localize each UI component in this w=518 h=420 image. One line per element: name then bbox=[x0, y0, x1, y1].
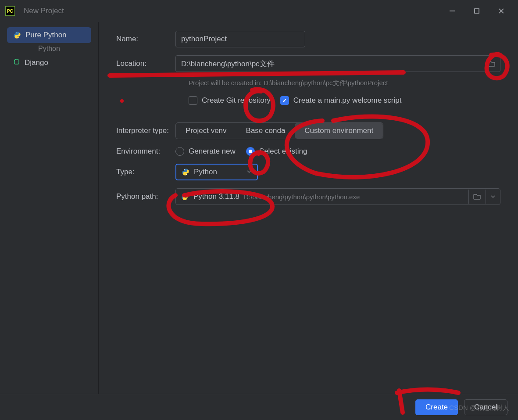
python-path-hint: D:\biancheng\python\python\python.exe bbox=[244, 193, 360, 201]
python-icon bbox=[182, 168, 189, 176]
close-button[interactable] bbox=[497, 7, 506, 15]
radio-generate-new-label: Generate new bbox=[189, 147, 236, 156]
svg-point-8 bbox=[186, 174, 187, 175]
folder-icon bbox=[488, 60, 496, 67]
svg-rect-1 bbox=[475, 9, 479, 13]
chevron-down-icon bbox=[490, 194, 496, 199]
sidebar: Pure Python Python Django bbox=[0, 22, 99, 394]
welcome-checkbox-group[interactable]: ✓ Create a main.py welcome script bbox=[280, 96, 402, 105]
type-dropdown[interactable]: Python bbox=[175, 164, 258, 180]
welcome-checkbox[interactable]: ✓ bbox=[280, 96, 289, 105]
browse-python-path-button[interactable] bbox=[468, 190, 486, 204]
segment-base-conda[interactable]: Base conda bbox=[236, 123, 295, 139]
sidebar-item-label: Django bbox=[25, 58, 48, 67]
svg-point-9 bbox=[184, 194, 185, 195]
sidebar-category-python: Python bbox=[7, 45, 91, 53]
type-label: Type: bbox=[103, 168, 175, 176]
git-checkbox-group[interactable]: Create Git repository bbox=[189, 96, 271, 105]
python-icon bbox=[181, 193, 189, 201]
location-input[interactable] bbox=[176, 56, 483, 72]
location-label: Location: bbox=[103, 59, 175, 68]
sidebar-item-label: Pure Python bbox=[25, 31, 67, 39]
segment-project-venv[interactable]: Project venv bbox=[176, 123, 236, 139]
welcome-checkbox-label: Create a main.py welcome script bbox=[293, 96, 402, 105]
chevron-down-icon bbox=[246, 168, 252, 176]
python-icon bbox=[13, 31, 21, 39]
git-checkbox[interactable] bbox=[189, 96, 197, 105]
svg-point-4 bbox=[16, 32, 17, 33]
svg-rect-6 bbox=[14, 60, 19, 64]
watermark: CSDN @有趣的树人 bbox=[449, 404, 509, 412]
name-input[interactable] bbox=[175, 31, 305, 47]
python-path-dropdown-button[interactable] bbox=[486, 190, 500, 204]
radio-generate-new[interactable]: Generate new bbox=[175, 147, 236, 156]
name-label: Name: bbox=[103, 35, 175, 43]
svg-point-5 bbox=[18, 37, 19, 38]
python-path-field[interactable]: Python 3.11.8 D:\biancheng\python\python… bbox=[176, 189, 468, 205]
browse-location-button[interactable] bbox=[483, 57, 500, 70]
interpreter-type-segments: Project venv Base conda Custom environme… bbox=[175, 122, 383, 139]
window-title: New Project bbox=[24, 7, 64, 15]
created-in-hint: Project will be created in: D:\biancheng… bbox=[175, 79, 500, 87]
python-path-value: Python 3.11.8 bbox=[193, 192, 239, 201]
django-icon bbox=[13, 58, 20, 67]
titlebar: PC New Project bbox=[0, 0, 518, 22]
folder-icon bbox=[473, 193, 481, 200]
radio-select-existing[interactable]: Select existing bbox=[246, 147, 307, 156]
pycharm-icon: PC bbox=[5, 6, 15, 16]
minimize-button[interactable] bbox=[448, 7, 457, 15]
svg-point-7 bbox=[184, 169, 185, 170]
git-checkbox-label: Create Git repository bbox=[202, 96, 271, 105]
radio-generate-new-input[interactable] bbox=[175, 147, 184, 156]
segment-custom-environment[interactable]: Custom environment bbox=[295, 123, 383, 139]
svg-point-10 bbox=[186, 199, 187, 200]
python-path-label: Python path: bbox=[103, 192, 175, 201]
sidebar-item-pure-python[interactable]: Pure Python bbox=[7, 27, 91, 43]
sidebar-item-django[interactable]: Django bbox=[7, 54, 91, 71]
maximize-button[interactable] bbox=[472, 7, 481, 15]
radio-select-existing-input[interactable] bbox=[246, 147, 255, 156]
main-form: Name: Location: Project will be created … bbox=[99, 22, 518, 394]
radio-select-existing-label: Select existing bbox=[259, 147, 307, 156]
footer: Create Cancel bbox=[0, 394, 518, 420]
type-value: Python bbox=[194, 168, 217, 176]
interpreter-type-label: Interpreter type: bbox=[103, 126, 175, 135]
environment-label: Environment: bbox=[103, 147, 175, 156]
